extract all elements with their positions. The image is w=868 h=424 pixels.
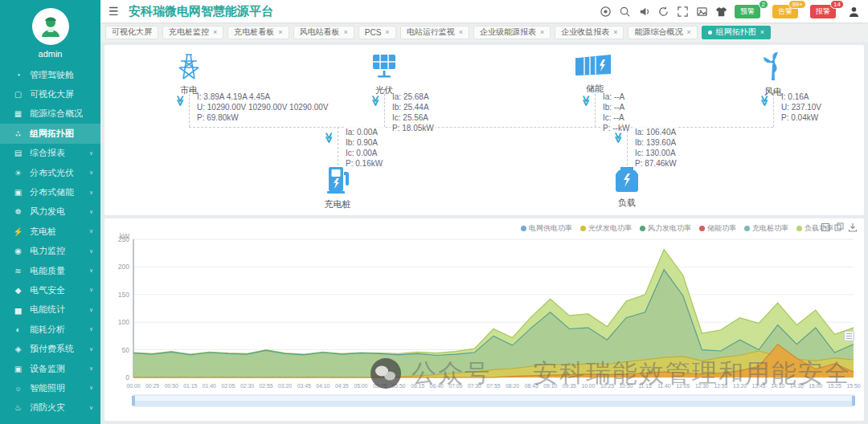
tab-7[interactable]: 企业收益报表×	[555, 26, 624, 39]
sidebar-item-quality[interactable]: ≋电能质量∨	[0, 261, 100, 280]
sidebar-item-overview[interactable]: ▦能源综合概况	[0, 104, 100, 124]
node-data-line: P: 18.05kW	[392, 123, 434, 133]
sidebar-item-bigscreen[interactable]: ▢可视化大屏	[0, 84, 100, 104]
x-tick-label: 00:50	[165, 383, 178, 389]
chevron-down-icon: ∨	[89, 405, 93, 411]
chevron-down-icon: ∨	[89, 267, 93, 274]
tab-0[interactable]: 可视化大屏	[105, 26, 158, 39]
legend-dot	[580, 226, 586, 231]
tab-4[interactable]: PCS×	[358, 26, 396, 39]
topology-node-ess[interactable]: 储能	[564, 51, 625, 95]
skin-icon[interactable]	[715, 6, 727, 18]
alarm-badge-2[interactable]: 报警14	[810, 5, 836, 18]
close-icon[interactable]: ×	[613, 28, 617, 36]
flow-arrow-icon: ≫	[580, 96, 592, 107]
fullscreen-icon[interactable]	[677, 6, 689, 18]
sound-icon[interactable]	[638, 6, 650, 18]
hamburger-menu-icon[interactable]: ☰	[108, 5, 121, 18]
active-tab-dot	[708, 31, 712, 35]
tab-9[interactable]: 组网拓扑图×	[702, 26, 771, 39]
sidebar: admin ◔管理驾驶舱▢可视化大屏▦能源综合概况∴组网拓扑图▤综合报表∨☀分布…	[0, 0, 100, 424]
close-icon[interactable]: ×	[213, 28, 217, 36]
overview-icon: ▦	[12, 109, 24, 118]
alarm-badge-0[interactable]: 预警2	[735, 5, 760, 18]
tab-label: PCS	[365, 28, 382, 37]
sidebar-item-report[interactable]: ▤综合报表∨	[0, 144, 100, 163]
user-name: admin	[0, 49, 100, 59]
topology-node-grid[interactable]: 市电	[158, 51, 219, 96]
x-tick-label: 01:40	[203, 383, 216, 389]
user-avatar[interactable]	[32, 8, 69, 45]
alarm-badge-label: 报警	[816, 7, 830, 15]
sidebar-item-analysis[interactable]: ◐能耗分析∨	[0, 320, 100, 339]
sidebar-item-label: 组网拓扑图	[30, 128, 74, 140]
sidebar-item-label: 电能统计	[30, 304, 65, 316]
datazoom-handle-left[interactable]	[132, 396, 135, 406]
node-data-line: Ic: 25.56A	[392, 112, 434, 123]
node-data-line: Ib: --A	[603, 102, 629, 112]
close-icon[interactable]: ×	[278, 28, 282, 36]
tab-3[interactable]: 风电站看板×	[293, 26, 354, 39]
sidebar-item-wind[interactable]: ☸风力发电∨	[0, 202, 100, 222]
sidebar-item-monitor[interactable]: ◉电力监控∨	[0, 242, 100, 261]
connector-line	[627, 127, 628, 165]
topology-node-load[interactable]: 负载	[596, 165, 657, 209]
sidebar-item-label: 充电桩	[30, 226, 56, 238]
bus-line	[189, 127, 773, 128]
tab-2[interactable]: 充电桩看板×	[227, 26, 289, 39]
user-icon[interactable]	[848, 6, 860, 18]
restore-icon[interactable]	[834, 222, 844, 232]
close-icon[interactable]: ×	[760, 28, 764, 36]
sidebar-item-stats[interactable]: ▅电能统计∨	[0, 300, 100, 320]
sidebar-item-cockpit[interactable]: ◔管理驾驶舱	[0, 65, 100, 84]
sidebar-item-topology[interactable]: ∴组网拓扑图	[0, 124, 100, 143]
tab-5[interactable]: 电站运行监视×	[400, 26, 469, 39]
close-icon[interactable]: ×	[686, 28, 690, 36]
tab-6[interactable]: 企业级能源报表×	[473, 26, 551, 39]
sidebar-item-device[interactable]: ▣设备监测∨	[0, 359, 100, 378]
download-icon[interactable]	[848, 222, 858, 232]
sidebar-item-label: 分布式光伏	[30, 167, 74, 179]
sidebar-item-safety[interactable]: ◆电气安全∨	[0, 280, 100, 300]
sidebar-item-fire[interactable]: ♨消防火灾∨	[0, 398, 100, 418]
node-data-line: U: 10290.00V 10290.00V 10290.00V	[197, 102, 328, 112]
x-tick-label: 10:50	[620, 383, 633, 389]
node-data-charger: Ia: 0.00AIb: 0.90AIc: 0.00AP: 0.16kW	[344, 127, 384, 169]
power-tower-icon	[175, 69, 203, 83]
close-icon[interactable]: ×	[540, 28, 544, 36]
power-area-chart[interactable]: 050100150200250kW00:0000:2500:5001:1501:…	[108, 233, 863, 408]
x-tick-label: 05:00	[354, 383, 367, 389]
close-icon[interactable]: ×	[459, 28, 463, 36]
close-icon[interactable]: ×	[385, 28, 389, 36]
sidebar-item-prepaid[interactable]: ◈预付费系统∨	[0, 339, 100, 358]
search-icon[interactable]	[619, 6, 631, 18]
sidebar-item-charger[interactable]: ⚡充电桩∨	[0, 222, 100, 241]
tab-1[interactable]: 充电桩监控×	[162, 26, 223, 39]
x-tick-label: 15:50	[846, 383, 860, 389]
sidebar-item-label: 设备监测	[30, 363, 65, 375]
chart-scroll-handle[interactable]	[844, 331, 854, 341]
tab-label: 电站运行监视	[407, 26, 455, 38]
gallery-icon[interactable]	[696, 6, 708, 18]
prepaid-icon: ◈	[12, 344, 24, 353]
close-icon[interactable]: ×	[344, 28, 348, 36]
x-tick-label: 03:45	[297, 383, 311, 389]
y-tick-label: 200	[118, 263, 129, 271]
datazoom-handle-right[interactable]	[852, 396, 855, 406]
sidebar-item-pv[interactable]: ☀分布式光伏∨	[0, 163, 100, 182]
alarm-badge-1[interactable]: 告警99+	[772, 5, 798, 18]
sidebar-item-ess[interactable]: ▣分布式储能∨	[0, 182, 100, 202]
legend-dot	[640, 226, 645, 231]
theme-icon[interactable]	[600, 6, 612, 18]
tab-8[interactable]: 能源综合概况×	[628, 26, 697, 39]
data-zoom-icon[interactable]	[821, 222, 830, 232]
y-axis-unit: kW	[120, 233, 129, 240]
topology-node-wind[interactable]: 风电	[743, 51, 804, 98]
x-tick-label: 09:10	[543, 383, 557, 389]
topology-node-charger[interactable]: 充电桩	[307, 165, 368, 210]
fire-icon: ♨	[12, 403, 24, 412]
refresh-icon[interactable]	[657, 6, 669, 18]
alarm-badge-count: 14	[830, 0, 844, 9]
sidebar-item-lighting[interactable]: ☼智能照明∨	[0, 378, 100, 398]
topology-node-pv[interactable]: 光伏	[354, 51, 415, 96]
